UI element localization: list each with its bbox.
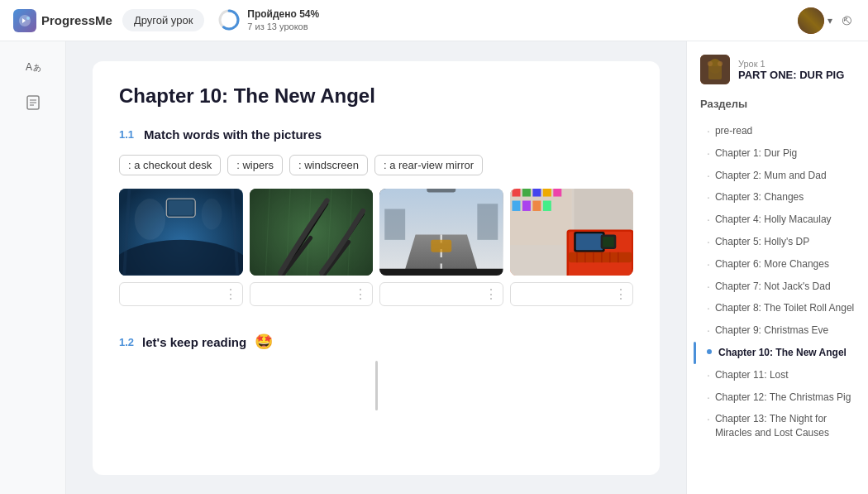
word-chip-0[interactable]: : a checkout desk — [119, 155, 221, 175]
word-chip-2[interactable]: : windscreen — [289, 155, 368, 175]
svg-rect-36 — [510, 189, 572, 245]
svg-rect-62 — [708, 66, 722, 79]
svg-rect-32 — [379, 269, 503, 276]
other-lesson-button[interactable]: Другой урок — [122, 9, 204, 31]
user-avatar-container[interactable]: ▾ — [798, 7, 832, 34]
chapter-list-item-1[interactable]: Chapter 1: Dur Pig — [700, 142, 855, 165]
exercise-2-title: let's keep reading — [142, 335, 246, 349]
image-item-0 — [119, 189, 243, 276]
word-chip-1[interactable]: : wipers — [227, 155, 283, 175]
svg-rect-39 — [522, 189, 530, 197]
vertical-line — [375, 361, 378, 410]
svg-rect-50 — [575, 233, 602, 250]
exercise-1-title: Match words with the pictures — [144, 127, 322, 141]
exercise-2-header: 1.2 let's keep reading 🤩 — [119, 333, 633, 351]
svg-rect-45 — [532, 201, 541, 211]
dropdown-dots-3[interactable]: ⋮ — [614, 286, 627, 302]
word-chips: : a checkout desk : wipers : windscreen … — [119, 155, 633, 175]
chapter-list-item-6[interactable]: Chapter 6: More Changes — [700, 253, 855, 276]
chapter-label-8: Chapter 8: The Toilet Roll Angel — [715, 301, 854, 315]
chapter-label-11: Chapter 11: Lost — [715, 368, 789, 382]
chapter-list-item-9[interactable]: Chapter 9: Christmas Eve — [700, 319, 855, 342]
dropdown-cell-1[interactable]: ⋮ — [250, 282, 374, 306]
avatar — [798, 7, 824, 34]
image-item-2 — [379, 189, 503, 276]
svg-rect-30 — [477, 204, 498, 240]
exercise-1: 1.1 Match words with the pictures : a ch… — [119, 127, 633, 306]
chapter-list-item-3[interactable]: Chapter 3: Changes — [700, 186, 855, 209]
svg-rect-42 — [553, 189, 561, 197]
header: ProgressMe Другой урок Пройдено 54% 7 из… — [0, 0, 868, 41]
chapter-label-3: Chapter 3: Changes — [715, 190, 804, 204]
svg-point-13 — [135, 199, 165, 240]
chapter-list: pre-readChapter 1: Dur PigChapter 2: Mum… — [700, 120, 855, 444]
main-content: Chapter 10: The New Angel 1.1 Match word… — [66, 41, 686, 494]
progress-text: Пройдено 54% 7 из 13 уроков — [247, 8, 319, 33]
logout-icon[interactable]: ⎋ — [839, 8, 855, 32]
chapter-label-13: Chapter 13: The Night for Miracles and L… — [715, 412, 855, 440]
sidebar-translate-button[interactable]: A あ — [18, 51, 48, 81]
chapter-list-item-13[interactable]: Chapter 13: The Night for Miracles and L… — [700, 408, 855, 444]
svg-rect-43 — [512, 201, 520, 211]
logo-text: ProgressMe — [41, 13, 112, 27]
chapter-label-4: Chapter 4: Holly Macaulay — [715, 213, 832, 227]
logo-icon — [13, 9, 36, 32]
chapter-label-5: Chapter 5: Holly's DP — [715, 235, 809, 249]
dropdown-dots-1[interactable]: ⋮ — [354, 286, 367, 302]
chapter-list-item-4[interactable]: Chapter 4: Holly Macaulay — [700, 209, 855, 231]
dropdown-cell-0[interactable]: ⋮ — [119, 282, 243, 306]
left-sidebar: A あ — [0, 41, 66, 494]
chapter-list-item-0[interactable]: pre-read — [700, 120, 855, 142]
sidebar-document-button[interactable] — [18, 88, 48, 118]
chapter-list-item-12[interactable]: Chapter 12: The Christmas Pig — [700, 386, 855, 409]
svg-point-0 — [26, 17, 30, 20]
active-dot — [707, 349, 712, 354]
right-sidebar: Урок 1 PART ONE: DUR PIG Разделы pre-rea… — [686, 41, 868, 494]
lesson-header: Урок 1 PART ONE: DUR PIG — [700, 55, 855, 84]
chapter-title: Chapter 10: The New Angel — [119, 84, 633, 108]
chapter-label-7: Chapter 7: Not Jack's Dad — [715, 280, 831, 294]
chapter-list-item-11[interactable]: Chapter 11: Lost — [700, 364, 855, 386]
svg-rect-41 — [542, 189, 551, 197]
dropdown-dots-0[interactable]: ⋮ — [224, 286, 237, 302]
progress-circle — [217, 8, 241, 31]
header-progress: Пройдено 54% 7 из 13 уроков — [217, 8, 319, 33]
chapter-list-item-7[interactable]: Chapter 7: Not Jack's Dad — [700, 276, 855, 298]
lesson-label: Урок 1 — [738, 59, 844, 69]
dropdown-cell-2[interactable]: ⋮ — [379, 282, 503, 306]
image-wipers — [250, 189, 374, 276]
lesson-info: Урок 1 PART ONE: DUR PIG — [738, 59, 844, 81]
dropdown-dots-2[interactable]: ⋮ — [484, 286, 498, 302]
reading-divider — [119, 361, 633, 410]
exercise-1-num: 1.1 — [119, 128, 134, 141]
lesson-name: PART ONE: DUR PIG — [738, 69, 844, 81]
svg-point-14 — [202, 199, 222, 229]
svg-text:A: A — [26, 61, 32, 73]
chapter-list-item-10[interactable]: Chapter 10: The New Angel — [700, 342, 855, 364]
svg-rect-51 — [569, 252, 632, 262]
svg-point-63 — [708, 61, 713, 66]
image-checkout — [510, 189, 634, 276]
svg-rect-29 — [384, 209, 405, 239]
chapter-label-0: pre-read — [715, 124, 752, 138]
chapter-label-9: Chapter 9: Christmas Eve — [715, 324, 828, 338]
image-windscreen — [379, 189, 503, 276]
image-car-interior — [119, 189, 243, 276]
chapter-list-item-8[interactable]: Chapter 8: The Toilet Roll Angel — [700, 297, 855, 319]
svg-rect-33 — [427, 189, 455, 193]
active-bar — [694, 342, 696, 364]
chapter-list-item-5[interactable]: Chapter 5: Holly's DP — [700, 231, 855, 253]
word-chip-3[interactable]: : a rear-view mirror — [374, 155, 483, 175]
lesson-thumbnail — [700, 55, 730, 84]
exercise-2: 1.2 let's keep reading 🤩 — [119, 333, 633, 410]
chapter-label-2: Chapter 2: Mum and Dad — [715, 169, 827, 183]
exercise-2-num: 1.2 — [119, 336, 134, 348]
svg-rect-46 — [542, 201, 551, 211]
sections-label: Разделы — [700, 98, 855, 110]
avatar-image — [798, 7, 824, 34]
chapter-list-item-2[interactable]: Chapter 2: Mum and Dad — [700, 165, 855, 187]
header-right: ▾ ⎋ — [798, 7, 855, 34]
chevron-down-icon: ▾ — [827, 15, 832, 26]
dropdown-cell-3[interactable]: ⋮ — [510, 282, 634, 306]
svg-rect-40 — [532, 189, 541, 197]
